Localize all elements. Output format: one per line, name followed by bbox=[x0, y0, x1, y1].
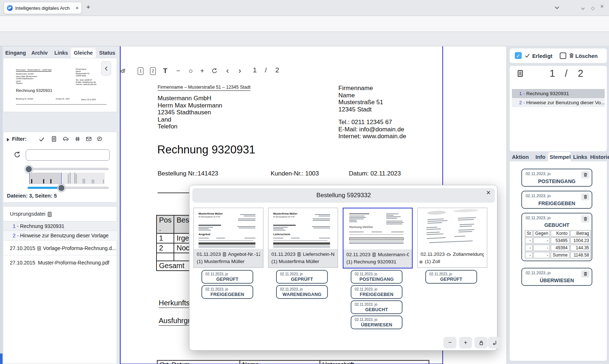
gear-icon bbox=[418, 259, 424, 264]
doc-meta-customer: Kunden-Nr.: 1003 bbox=[271, 170, 319, 177]
status-card: ✓ Erledigt Löschen bbox=[510, 48, 607, 63]
sidebar-tab-eingang[interactable]: Eingang bbox=[4, 48, 27, 58]
delete-checkbox[interactable] bbox=[560, 52, 566, 59]
dialog-zoom-out-button[interactable]: − bbox=[443, 337, 456, 348]
doc-caption[interactable]: 01.11.2023 Angebot-Nr.-1234.pdf (1) Must… bbox=[194, 249, 263, 267]
right-tab-stempel[interactable]: Stempel bbox=[550, 154, 571, 160]
delete-stamp-button[interactable] bbox=[581, 193, 589, 200]
zoom-out-button[interactable]: − bbox=[173, 66, 183, 76]
right-tab-historie[interactable]: Historie bbox=[590, 154, 609, 160]
panel-page-item-2[interactable]: 2 - Hinweise zur Benutzung dieser Vo... bbox=[512, 98, 605, 107]
document-icon bbox=[297, 252, 301, 257]
origin-page-item-1[interactable]: 1 - Rechnung 9320931 bbox=[3, 221, 117, 231]
dialog-import-button[interactable] bbox=[488, 337, 501, 348]
origin-page-item-2[interactable]: 2 - Hinweise zur Benutzung dieser Vorlag… bbox=[3, 231, 117, 241]
filter-grid-icon[interactable] bbox=[74, 135, 81, 142]
dialog-lock-button[interactable] bbox=[475, 337, 488, 348]
document-icon bbox=[372, 252, 376, 257]
doc-thumbnail[interactable] bbox=[418, 208, 487, 249]
doc-thumbnail[interactable]: Musterfirma Müller Ihr Servicepartner fü… bbox=[194, 208, 263, 249]
range-slider-handle[interactable] bbox=[58, 184, 65, 192]
filter-chat-icon[interactable] bbox=[96, 135, 103, 142]
panel-current-page: 1 bbox=[550, 68, 555, 79]
tab-close-icon[interactable]: × bbox=[76, 5, 79, 11]
document-icon bbox=[37, 246, 42, 251]
document-thumbnail-card[interactable]: Firmenname – Musterstraße 51 – 12345 Sta… bbox=[3, 58, 117, 112]
doc-thumbnail[interactable]: Musterfirma Müller Ihr Servicepartner fü… bbox=[268, 208, 338, 249]
done-checkbox[interactable]: ✓ bbox=[515, 52, 522, 59]
left-scroll-track[interactable] bbox=[0, 46, 3, 364]
document-icon bbox=[222, 252, 227, 257]
zoom-reset-button[interactable] bbox=[185, 66, 196, 76]
list-tabs-icon[interactable] bbox=[554, 4, 560, 11]
right-tab-links[interactable]: Links bbox=[573, 154, 587, 160]
linked-doc-card-zoll[interactable]: 02.11.2023 Zollanmeldung-AT... (1) Zoll bbox=[417, 208, 487, 268]
right-tab-info[interactable]: Info bbox=[535, 154, 546, 160]
browser-tab[interactable]: Intelligentes digitales Arch × bbox=[4, 2, 82, 14]
right-panel: ✓ Erledigt Löschen 1 / 2 1 - Rechnung 93… bbox=[506, 46, 609, 364]
thumb-title: Rechnung 9320931 bbox=[16, 88, 52, 93]
linked-doc-card-rechnung[interactable]: Rechnung 9320931 02.11.2023 Mustermann-G… bbox=[343, 208, 413, 268]
window-maximize-icon[interactable] bbox=[590, 5, 596, 12]
linked-documents-dialog: Bestellung 5929332 × Musterfirma Müller … bbox=[189, 185, 497, 351]
page-2-thumbnail-button[interactable]: 2 bbox=[148, 66, 158, 76]
booking-table: St Gegen Konto Betrag --534951004.23 --4… bbox=[524, 229, 592, 259]
zoom-in-button[interactable]: + bbox=[197, 66, 207, 76]
zoom-slider-track[interactable] bbox=[28, 168, 109, 170]
filter-expander-icon[interactable] bbox=[7, 138, 9, 141]
sidebar-tab-links[interactable]: Links bbox=[53, 48, 70, 58]
stamp-geprueft: 02.11.2023, joGEPRÜFT bbox=[201, 270, 253, 284]
zoom-slider-handle[interactable] bbox=[25, 165, 33, 173]
origin-header: Ursprungsdatei bbox=[10, 211, 53, 217]
filter-mail-icon[interactable] bbox=[85, 135, 92, 142]
delete-stamp-button[interactable] bbox=[581, 270, 589, 278]
collapse-panel-button[interactable] bbox=[101, 61, 111, 76]
rotate-button[interactable] bbox=[209, 66, 220, 76]
page-histogram bbox=[29, 173, 105, 184]
new-tab-button[interactable]: + bbox=[86, 3, 90, 11]
sidebar-tab-archiv[interactable]: Archiv bbox=[30, 48, 49, 58]
panel-page-item-1[interactable]: 1 - Rechnung 9320931 bbox=[512, 89, 605, 98]
filter-search-input[interactable] bbox=[26, 149, 110, 161]
dialog-zoom-in-button[interactable]: + bbox=[459, 337, 472, 348]
total-pages-number: 2 bbox=[275, 66, 279, 74]
window-close-icon[interactable]: × bbox=[600, 3, 604, 10]
doc-meta-order: Bestellung Nr.:141423 bbox=[158, 170, 218, 177]
done-label[interactable]: Erledigt bbox=[532, 53, 552, 59]
delete-label[interactable]: Löschen bbox=[575, 53, 598, 59]
origin-file-item-2[interactable]: 27.10.2015 Muster-Proforma-Rechnung.pdf bbox=[3, 257, 117, 268]
current-page-number: 1 bbox=[253, 66, 257, 74]
prev-page-button[interactable]: ‹ bbox=[222, 66, 233, 76]
linked-doc-card-lieferschein[interactable]: Musterfirma Müller Ihr Servicepartner fü… bbox=[268, 208, 338, 268]
sidebar-tab-status[interactable]: Status bbox=[98, 48, 117, 58]
panel-stamp-freigegeben: 02.11.2023, jo FREIGEGEBEN bbox=[521, 191, 592, 209]
delete-stamp-button[interactable] bbox=[581, 215, 589, 223]
doc-caption[interactable]: 02.11.2023 Zollanmeldung-AT... (1) Zoll bbox=[418, 249, 487, 267]
filter-label: Filter: bbox=[12, 136, 26, 142]
filter-check-icon[interactable] bbox=[38, 136, 45, 143]
window-minimize-icon[interactable] bbox=[580, 5, 586, 12]
done-check-icon bbox=[524, 52, 530, 59]
page-1-thumbnail-button[interactable]: 1 bbox=[135, 66, 146, 76]
doc-contact-block: Tel.: 0211 12345 67E-Mail: info@domain.d… bbox=[338, 119, 406, 140]
doc-caption[interactable]: 01.11.2023 Lieferschein-Nr.-12... (1) Mu… bbox=[268, 249, 338, 267]
doc-thumbnail[interactable]: Rechnung 9320931 bbox=[343, 208, 412, 249]
text-tool-button[interactable]: T bbox=[160, 66, 170, 76]
filter-card: Filter: bbox=[3, 132, 117, 203]
next-page-button[interactable]: › bbox=[235, 66, 245, 76]
origin-file-item-1[interactable]: 27.10.2015 Vorlage-Proforma-Rechnung.d..… bbox=[3, 243, 117, 254]
site-favicon bbox=[7, 5, 13, 11]
right-tab-aktion[interactable]: Aktion bbox=[512, 154, 529, 160]
linked-doc-card-angebot[interactable]: Musterfirma Müller Ihr Servicepartner fü… bbox=[193, 208, 263, 268]
sidebar-tab-gleiche[interactable]: Gleiche bbox=[71, 48, 96, 58]
dialog-header: Bestellung 5929332 bbox=[192, 188, 495, 203]
filter-refresh-icon[interactable] bbox=[13, 151, 21, 158]
left-scroll-thumb[interactable] bbox=[0, 354, 3, 364]
dialog-close-button[interactable]: × bbox=[483, 187, 493, 198]
stamp-ueberwiesen: 02.11.2023, joÜBERWIESEN bbox=[351, 316, 402, 329]
delete-stamp-button[interactable] bbox=[581, 171, 589, 178]
filter-document-icon[interactable] bbox=[51, 135, 57, 142]
filter-scanner-icon[interactable] bbox=[62, 135, 69, 142]
doc-caption[interactable]: 02.11.2023 Mustermann-Gmb... (1) Rechnun… bbox=[343, 249, 412, 268]
stamp-wareneingang: 02.11.2023, joWARENEINGANG bbox=[276, 285, 328, 299]
